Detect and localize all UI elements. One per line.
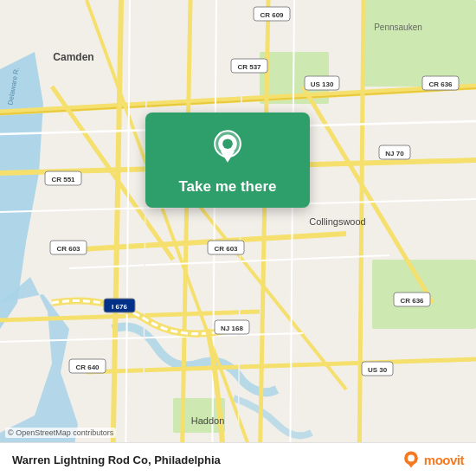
bottom-bar: Warren Lightning Rod Co, Philadelphia mo… bbox=[0, 442, 476, 476]
svg-text:CR 603: CR 603 bbox=[56, 245, 80, 253]
svg-text:NJ 70: NJ 70 bbox=[385, 150, 404, 158]
take-me-there-label: Take me there bbox=[178, 178, 276, 196]
svg-text:Pennsauken: Pennsauken bbox=[374, 23, 422, 32]
svg-text:NJ 168: NJ 168 bbox=[221, 325, 243, 332]
svg-text:CR 551: CR 551 bbox=[51, 176, 75, 183]
moovit-logo: moovit bbox=[402, 450, 464, 469]
svg-text:CR 640: CR 640 bbox=[75, 363, 100, 371]
location-title: Warren Lightning Rod Co, Philadelphia bbox=[12, 453, 221, 466]
svg-text:CR 636: CR 636 bbox=[428, 80, 453, 88]
location-pin-icon bbox=[207, 128, 248, 170]
svg-text:CR 603: CR 603 bbox=[214, 245, 238, 253]
location-card[interactable]: Take me there bbox=[145, 113, 310, 208]
osm-attribution: © OpenStreetMap contributors bbox=[5, 428, 116, 438]
svg-text:CR 609: CR 609 bbox=[260, 11, 284, 19]
svg-rect-4 bbox=[363, 0, 476, 87]
svg-text:I 676: I 676 bbox=[112, 303, 127, 311]
svg-text:CR 636: CR 636 bbox=[400, 297, 424, 305]
svg-text:Camden: Camden bbox=[53, 51, 93, 63]
svg-text:US 30: US 30 bbox=[368, 366, 388, 374]
svg-text:Collingswood: Collingswood bbox=[309, 216, 365, 227]
svg-point-67 bbox=[408, 455, 415, 462]
svg-text:CR 537: CR 537 bbox=[237, 63, 261, 71]
map-background: CR 609 US 130 CR 537 NJ 70 CR 636 CR 551… bbox=[0, 0, 476, 476]
osm-text: © OpenStreetMap contributors bbox=[8, 428, 113, 437]
svg-text:US 130: US 130 bbox=[311, 80, 334, 88]
svg-point-63 bbox=[222, 138, 233, 149]
moovit-logo-icon bbox=[402, 450, 421, 469]
map-container: CR 609 US 130 CR 537 NJ 70 CR 636 CR 551… bbox=[0, 0, 476, 476]
moovit-brand-text: moovit bbox=[424, 453, 464, 467]
svg-text:Haddon: Haddon bbox=[191, 415, 225, 426]
svg-marker-68 bbox=[407, 462, 415, 467]
